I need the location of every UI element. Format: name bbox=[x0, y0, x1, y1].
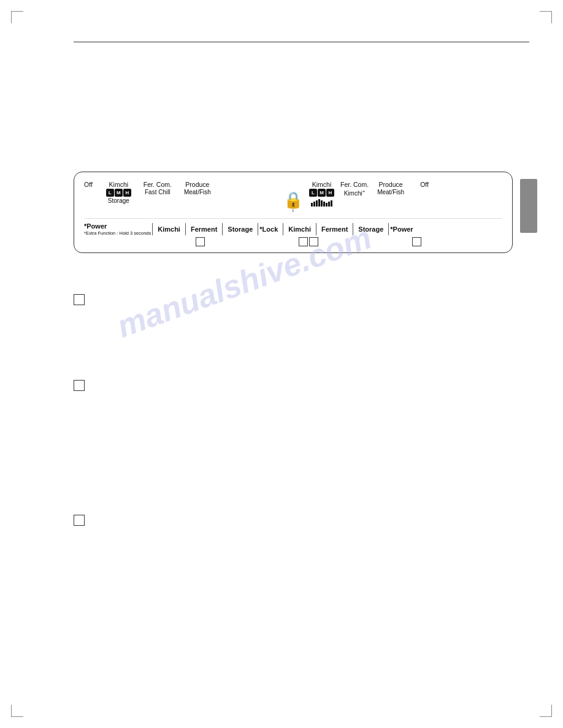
btn-sep-8 bbox=[388, 223, 389, 235]
btn-sep-1 bbox=[152, 223, 153, 235]
left-produce-group: Produce Meat/Fish bbox=[184, 181, 211, 195]
left-meatfish-text: Meat/Fish bbox=[184, 189, 211, 195]
ferment-btn-label[interactable]: Ferment bbox=[187, 226, 221, 233]
checkbox-3[interactable] bbox=[74, 515, 85, 526]
panel-top-row: Off Kimchi L M H Storage Fer. Com. Fast … bbox=[84, 181, 502, 213]
left-lmh-badges: L M H bbox=[106, 189, 131, 197]
corner-mark-br bbox=[540, 705, 552, 717]
power-right-btn-label[interactable]: *Power bbox=[390, 226, 413, 233]
checkbox-2[interactable] bbox=[74, 380, 85, 391]
badge-m: M bbox=[115, 189, 123, 197]
right-kimchiplus-text: Kimchi+ bbox=[344, 189, 366, 197]
corner-mark-tl bbox=[11, 11, 23, 23]
panel-right-labels: Kimchi L M H bbox=[309, 181, 436, 207]
top-rule bbox=[74, 42, 529, 42]
right-badge-l: L bbox=[309, 189, 317, 197]
btn-sep-5 bbox=[283, 223, 283, 235]
bottom-squares-row bbox=[84, 237, 502, 246]
btn-sep-4 bbox=[258, 223, 258, 235]
left-fercom-text: Fer. Com. bbox=[144, 181, 172, 188]
kimchi-right-btn-label[interactable]: Kimchi bbox=[285, 226, 315, 233]
lock-btn-label[interactable]: *Lock bbox=[259, 226, 278, 233]
left-off-label: Off bbox=[84, 181, 93, 188]
sq-right bbox=[412, 237, 421, 246]
left-produce-text: Produce bbox=[185, 181, 209, 188]
seg8 bbox=[328, 202, 330, 207]
left-off-text: Off bbox=[84, 181, 93, 188]
badge-l: L bbox=[106, 189, 114, 197]
right-fercom-group: Fer. Com. Kimchi+ bbox=[340, 181, 369, 197]
right-lmh-badges: L M H bbox=[309, 189, 334, 197]
right-kimchi-group: Kimchi L M H bbox=[309, 181, 334, 207]
seg4 bbox=[318, 199, 320, 207]
corner-mark-bl bbox=[11, 705, 23, 717]
sq-center-pair bbox=[299, 237, 318, 246]
right-kimchi-text: Kimchi bbox=[312, 181, 332, 188]
right-fercom-text: Fer. Com. bbox=[340, 181, 369, 188]
storage-right-btn-label[interactable]: Storage bbox=[354, 226, 387, 233]
right-produce-text: Produce bbox=[379, 181, 403, 188]
sq-center-1 bbox=[299, 237, 308, 246]
left-kimchi-group: Kimchi L M H Storage bbox=[106, 181, 131, 204]
panel-left-section: Off Kimchi L M H Storage Fer. Com. Fast … bbox=[84, 181, 277, 204]
lock-icon: 🔒 i bbox=[283, 192, 303, 213]
btn-sep-3 bbox=[222, 223, 223, 235]
seg1 bbox=[311, 203, 313, 207]
lock-indicator: i bbox=[293, 208, 294, 213]
segment-bars bbox=[311, 198, 332, 207]
panel-right-section: Kimchi L M H bbox=[309, 181, 502, 207]
control-panel: Off Kimchi L M H Storage Fer. Com. Fast … bbox=[74, 172, 513, 253]
panel-center: 🔒 i bbox=[283, 181, 303, 213]
left-fastchill-text: Fast Chill bbox=[145, 189, 170, 195]
right-off-group: Off bbox=[413, 181, 436, 188]
seg9 bbox=[331, 200, 332, 207]
right-badge-h: H bbox=[326, 189, 334, 197]
power-btn-group: *Power *Extra Function : Hold 3 seconds bbox=[84, 222, 151, 236]
right-sidebar-bar bbox=[520, 179, 537, 233]
power-btn-label[interactable]: *Power bbox=[84, 222, 151, 230]
sq-left bbox=[196, 237, 205, 246]
panel-bottom-row: *Power *Extra Function : Hold 3 seconds … bbox=[84, 218, 502, 236]
right-off-text: Off bbox=[420, 181, 429, 188]
badge-h: H bbox=[123, 189, 131, 197]
panel-left-labels: Off Kimchi L M H Storage Fer. Com. Fast … bbox=[84, 181, 217, 204]
extra-func-note: *Extra Function : Hold 3 seconds bbox=[84, 230, 151, 236]
right-meatfish-text: Meat/Fish bbox=[377, 189, 404, 195]
corner-mark-tr bbox=[540, 11, 552, 23]
ferment-right-btn-label[interactable]: Ferment bbox=[318, 226, 351, 233]
sq-center-2 bbox=[309, 237, 318, 246]
left-fercom-group: Fer. Com. Fast Chill bbox=[144, 181, 172, 195]
right-produce-group: Produce Meat/Fish bbox=[375, 181, 407, 195]
seg7 bbox=[326, 203, 327, 207]
btn-sep-7 bbox=[353, 223, 353, 235]
left-storage-text: Storage bbox=[108, 197, 129, 204]
seg5 bbox=[321, 200, 323, 207]
kimchi-btn-label[interactable]: Kimchi bbox=[154, 226, 184, 233]
btn-sep-6 bbox=[316, 223, 316, 235]
seg6 bbox=[323, 202, 325, 207]
btn-sep-2 bbox=[185, 223, 186, 235]
seg2 bbox=[313, 202, 315, 207]
storage-btn-label[interactable]: Storage bbox=[224, 226, 256, 233]
right-badge-m: M bbox=[318, 189, 326, 197]
seg3 bbox=[316, 200, 318, 207]
checkbox-1[interactable] bbox=[74, 294, 85, 305]
left-kimchi-text: Kimchi bbox=[109, 181, 129, 188]
